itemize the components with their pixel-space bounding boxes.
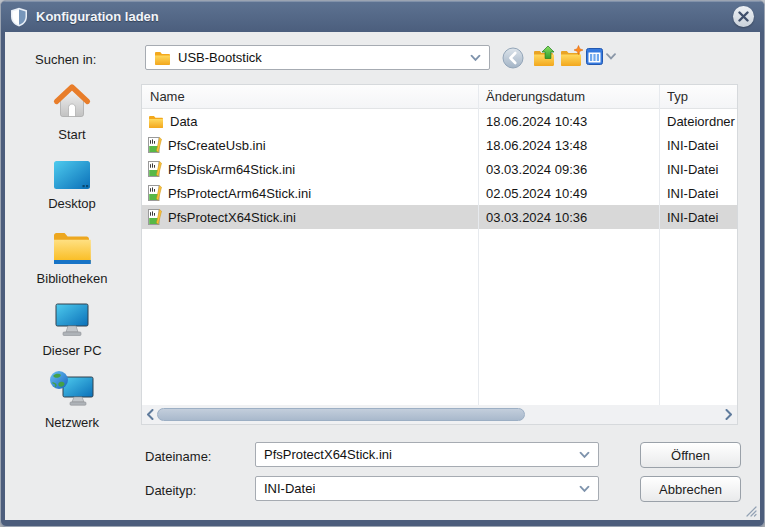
column-header-name[interactable]: Name [142,89,478,104]
sidebar-item-label: Dieser PC [42,343,101,358]
filename-value: PfsProtectX64Stick.ini [264,447,392,462]
file-row[interactable]: PfsCreateUsb.ini 18.06.2024 13:48 INI-Da… [142,133,737,157]
file-type: INI-Datei [659,210,737,225]
sidebar-item-desktop[interactable]: Desktop [11,160,133,211]
file-date: 03.03.2024 09:36 [478,162,659,177]
file-name: PfsProtectX64Stick.ini [168,210,296,225]
sidebar-item-start[interactable]: Start [11,82,133,142]
view-menu-icon[interactable] [586,48,603,65]
file-row-selected[interactable]: PfsProtectX64Stick.ini 03.03.2024 10:36 … [142,205,737,229]
titlebar: Konfiguration laden [1,1,764,32]
column-header-type[interactable]: Typ [659,89,737,104]
file-date: 03.03.2024 10:36 [478,210,659,225]
sidebar-item-bibliotheken[interactable]: Bibliotheken [11,231,133,286]
ini-file-icon [148,209,162,225]
close-icon [738,11,749,22]
file-row[interactable]: Data 18.06.2024 10:43 Dateiordner [142,109,737,133]
back-icon[interactable] [502,47,524,69]
new-folder-icon[interactable] [560,45,584,67]
file-type: INI-Datei [659,138,737,153]
horizontal-scrollbar[interactable] [142,405,737,424]
chevron-down-icon [579,485,590,492]
window-title: Konfiguration laden [36,9,159,24]
file-row[interactable]: PfsDiskArm64Stick.ini 03.03.2024 09:36 I… [142,157,737,181]
chevron-down-icon [579,451,590,458]
open-button[interactable]: Öffnen [640,442,741,468]
scrollbar-thumb[interactable] [157,408,525,421]
file-row[interactable]: PfsProtectArm64Stick.ini 02.05.2024 10:4… [142,181,737,205]
ini-file-icon [148,137,162,153]
folder-up-icon[interactable] [533,45,557,67]
sidebar-item-netzwerk[interactable]: Netzwerk [11,370,133,430]
desktop-icon [53,160,91,191]
file-name: Data [170,114,197,129]
sidebar-item-dieser-pc[interactable]: Dieser PC [11,302,133,358]
file-date: 02.05.2024 10:49 [478,186,659,201]
scroll-right-icon[interactable] [725,409,733,420]
dialog-body: Suchen in: USB-Bootstick [5,32,760,520]
ini-file-icon [148,161,162,177]
scroll-left-icon[interactable] [146,409,154,420]
chevron-down-icon[interactable] [606,53,616,60]
sidebar-item-label: Bibliotheken [37,271,108,286]
filetype-combobox[interactable]: INI-Datei [255,476,599,501]
file-type: INI-Datei [659,186,737,201]
file-date: 18.06.2024 10:43 [478,114,659,129]
file-type: Dateiordner [659,114,737,129]
filename-combobox[interactable]: PfsProtectX64Stick.ini [255,442,599,467]
column-header-date[interactable]: Änderungsdatum [478,89,659,104]
file-name: PfsDiskArm64Stick.ini [168,162,295,177]
cancel-button[interactable]: Abbrechen [640,476,741,502]
dialog-window: Konfiguration laden Suchen in: USB-Boots… [0,0,765,527]
ini-file-icon [148,185,162,201]
file-name: PfsProtectArm64Stick.ini [168,186,311,201]
folder-icon [148,115,164,128]
shield-icon [10,7,28,27]
file-date: 18.06.2024 13:48 [478,138,659,153]
file-type: INI-Datei [659,162,737,177]
folder-icon [154,51,171,65]
home-icon [52,82,92,122]
libraries-folder-icon [52,231,92,266]
file-name: PfsCreateUsb.ini [168,138,266,153]
list-header: Name Änderungsdatum Typ [142,85,737,109]
chevron-down-icon [470,54,481,61]
look-in-label: Suchen in: [35,52,96,67]
sidebar-item-label: Netzwerk [45,415,99,430]
computer-icon [52,302,92,338]
network-icon [49,370,95,410]
sidebar-item-label: Start [58,127,85,142]
filetype-value: INI-Datei [264,481,315,496]
sidebar-item-label: Desktop [48,196,96,211]
close-button[interactable] [733,6,754,27]
filename-label: Dateiname: [145,449,211,464]
filetype-label: Dateityp: [145,483,196,498]
location-combobox[interactable]: USB-Bootstick [145,45,490,70]
resize-grip[interactable] [745,505,757,517]
location-value: USB-Bootstick [178,50,262,65]
file-list: Name Änderungsdatum Typ Data 18.06.2024 … [141,84,738,425]
